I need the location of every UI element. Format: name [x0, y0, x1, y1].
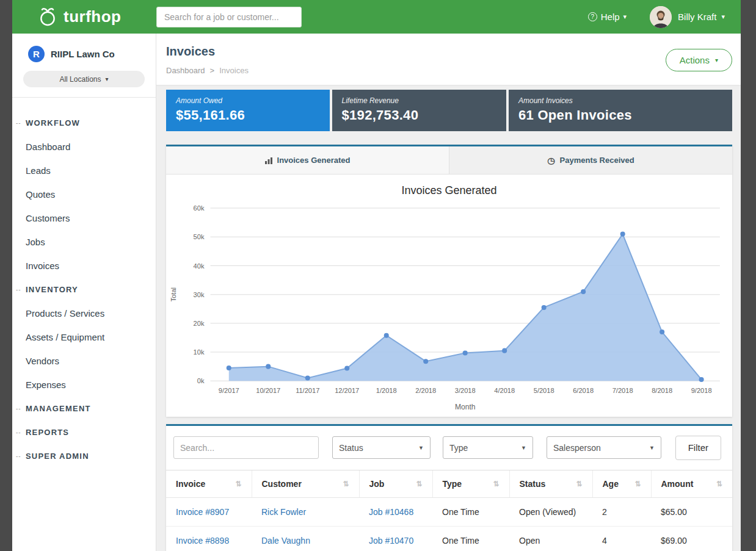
invoice-link[interactable]: Invoice #8907: [166, 497, 252, 526]
svg-text:5/2018: 5/2018: [534, 387, 554, 394]
sidebar-item-vendors[interactable]: Vendors: [12, 349, 156, 373]
help-icon: ?: [588, 12, 597, 21]
col-header-job[interactable]: Job⇅: [359, 470, 432, 497]
invoices-table: Invoice⇅ Customer⇅ Job⇅ Type⇅ Status⇅ Ag…: [166, 470, 732, 551]
col-header-customer[interactable]: Customer⇅: [252, 470, 359, 497]
tree-dash-icon: --: [16, 405, 26, 412]
sidebar: R RIIPL Lawn Co All Locations ▾ -- WORKF…: [12, 34, 156, 551]
status-cell: Open: [509, 526, 592, 551]
customer-link[interactable]: Dale Vaughn: [252, 526, 359, 551]
svg-text:4/2018: 4/2018: [494, 387, 515, 394]
page-title: Invoices: [166, 45, 249, 59]
sidebar-section-workflow[interactable]: -- WORKFLOW: [12, 111, 156, 135]
job-link[interactable]: Job #10468: [359, 497, 432, 526]
sidebar-item-expenses[interactable]: Expenses: [12, 373, 156, 397]
sidebar-item-quotes[interactable]: Quotes: [12, 182, 156, 206]
invoices-table-panel: Status ▼ Type ▼ Salesperson ▼ Filter: [166, 424, 732, 551]
bar-chart-icon: [265, 157, 272, 164]
sort-icon[interactable]: ⇅: [235, 480, 241, 488]
breadcrumb-separator: >: [210, 66, 215, 75]
col-header-invoice[interactable]: Invoice⇅: [166, 470, 252, 497]
svg-text:11/2017: 11/2017: [296, 387, 319, 394]
svg-text:Month: Month: [455, 403, 476, 411]
type-select[interactable]: Type ▼: [443, 436, 533, 459]
chevron-down-icon: ▾: [623, 13, 627, 21]
tree-dash-icon: --: [16, 286, 26, 293]
sort-icon[interactable]: ⇅: [416, 480, 422, 488]
sidebar-section-super-admin[interactable]: -- SUPER ADMIN: [12, 444, 156, 468]
svg-text:0k: 0k: [197, 377, 205, 384]
clock-icon: ◷: [547, 156, 554, 165]
invoice-link[interactable]: Invoice #8898: [166, 526, 252, 551]
actions-button[interactable]: Actions ▾: [666, 49, 732, 71]
company-row: R RIIPL Lawn Co: [12, 34, 156, 71]
sort-icon[interactable]: ⇅: [343, 480, 349, 488]
col-header-amount[interactable]: Amount⇅: [651, 470, 732, 497]
sidebar-nav: -- WORKFLOW Dashboard Leads Quotes Custo…: [12, 98, 156, 468]
breadcrumb-current: Invoices: [219, 66, 249, 75]
sidebar-item-customers[interactable]: Customers: [12, 206, 156, 230]
avatar[interactable]: [650, 6, 672, 28]
location-selector[interactable]: All Locations ▾: [23, 71, 145, 87]
sort-icon[interactable]: ⇅: [716, 480, 722, 488]
help-menu[interactable]: ? Help ▾: [588, 12, 627, 22]
turfhop-logo-icon: [37, 6, 59, 28]
chevron-down-icon: ▾: [721, 13, 725, 21]
salesperson-select[interactable]: Salesperson ▼: [547, 436, 661, 459]
amount-cell: $65.00: [651, 497, 732, 526]
sort-icon[interactable]: ⇅: [634, 480, 641, 488]
sidebar-item-products-services[interactable]: Products / Services: [12, 301, 156, 325]
chart-area: Invoices Generated 0k10k20k30k40k50k60k9…: [166, 175, 732, 417]
age-cell: 2: [592, 497, 651, 526]
tab-invoices-generated[interactable]: Invoices Generated: [166, 146, 449, 174]
topbar-right: ? Help ▾ Billy Kraft ▾: [588, 6, 741, 28]
app-window: turfhop ? Help ▾ Billy Kraft ▾: [12, 0, 741, 551]
global-search-input[interactable]: [156, 7, 302, 27]
job-link[interactable]: Job #10470: [359, 526, 432, 551]
svg-text:8/2018: 8/2018: [652, 387, 672, 394]
sort-icon[interactable]: ⇅: [576, 480, 582, 488]
sidebar-item-jobs[interactable]: Jobs: [12, 230, 156, 254]
tree-dash-icon: --: [16, 429, 26, 436]
chart-title: Invoices Generated: [166, 184, 732, 197]
svg-text:10k: 10k: [194, 348, 205, 356]
svg-text:3/2018: 3/2018: [455, 387, 476, 394]
table-row: Invoice #8898 Dale Vaughn Job #10470 One…: [166, 526, 732, 551]
user-menu[interactable]: Billy Kraft ▾: [678, 12, 725, 22]
breadcrumb: Dashboard > Invoices: [166, 66, 249, 75]
sort-icon[interactable]: ⇅: [493, 480, 499, 488]
brand[interactable]: turfhop: [12, 6, 156, 28]
svg-text:9/2017: 9/2017: [219, 387, 239, 394]
customer-link[interactable]: Rick Fowler: [252, 497, 359, 526]
table-header-row: Invoice⇅ Customer⇅ Job⇅ Type⇅ Status⇅ Ag…: [166, 470, 732, 497]
invoices-generated-chart: 0k10k20k30k40k50k60k9/201710/201711/2017…: [166, 201, 732, 413]
sidebar-item-leads[interactable]: Leads: [12, 159, 156, 182]
sidebar-section-reports[interactable]: -- REPORTS: [12, 420, 156, 444]
svg-text:60k: 60k: [194, 204, 205, 212]
sidebar-item-dashboard[interactable]: Dashboard: [12, 135, 156, 159]
svg-text:2/2018: 2/2018: [415, 387, 436, 394]
filter-button[interactable]: Filter: [675, 436, 721, 460]
status-select[interactable]: Status ▼: [332, 436, 431, 459]
location-label: All Locations: [59, 75, 101, 84]
col-header-age[interactable]: Age⇅: [592, 470, 651, 497]
amount-cell: $69.00: [651, 526, 732, 551]
sidebar-section-inventory[interactable]: -- INVENTORY: [12, 278, 156, 301]
age-cell: 4: [592, 526, 651, 551]
sidebar-section-management[interactable]: -- MANAGEMENT: [12, 397, 156, 420]
svg-text:9/2018: 9/2018: [691, 387, 712, 394]
main-content: Invoices Dashboard > Invoices Actions ▾: [156, 34, 741, 551]
help-label: Help: [601, 12, 620, 22]
tree-dash-icon: --: [16, 453, 26, 459]
col-header-status[interactable]: Status⇅: [509, 470, 592, 497]
page-header: Invoices Dashboard > Invoices Actions ▾: [156, 34, 741, 85]
type-cell: One Time: [432, 497, 509, 526]
chart-tabs: Invoices Generated ◷ Payments Received: [166, 146, 732, 175]
breadcrumb-dashboard[interactable]: Dashboard: [166, 66, 205, 75]
table-search-input[interactable]: [173, 436, 319, 459]
sidebar-item-invoices[interactable]: Invoices: [12, 254, 156, 278]
tab-payments-received[interactable]: ◷ Payments Received: [449, 146, 732, 174]
sidebar-item-assets-equipment[interactable]: Assets / Equipment: [12, 325, 156, 349]
svg-text:50k: 50k: [194, 233, 205, 240]
col-header-type[interactable]: Type⇅: [432, 470, 509, 497]
